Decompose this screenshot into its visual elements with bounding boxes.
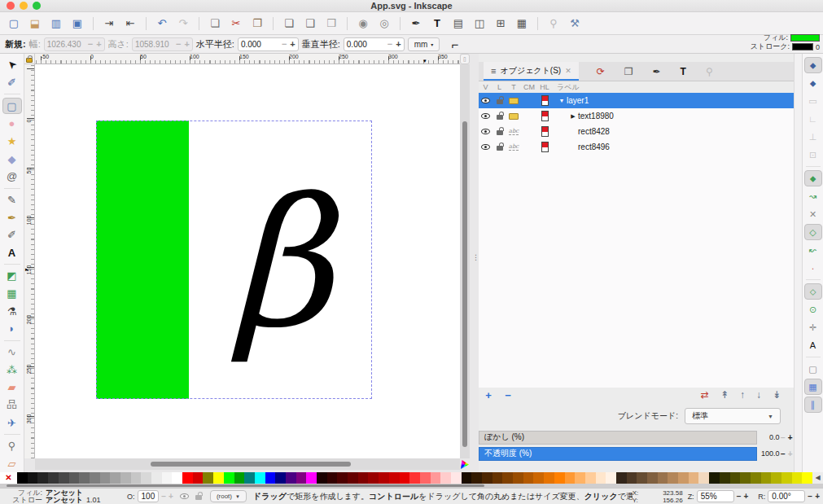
- palette-swatch[interactable]: [275, 472, 286, 484]
- status-fill-stroke[interactable]: フィル: アンセット ストローク: アンセット 1.01: [0, 489, 124, 504]
- panel-splitter[interactable]: ⋮: [470, 54, 479, 472]
- highlight-cell[interactable]: [537, 126, 552, 137]
- opacity-slider[interactable]: 不透明度 (%): [479, 447, 757, 461]
- tool-pen[interactable]: ✐: [2, 227, 22, 243]
- stroke-color-swatch[interactable]: [792, 43, 813, 50]
- palette-swatch[interactable]: [348, 472, 358, 484]
- blur-minus-button[interactable]: −: [780, 433, 787, 442]
- height-minus-button[interactable]: −: [176, 39, 181, 49]
- tool-paint-bucket[interactable]: ◗: [2, 321, 22, 337]
- scrollbar-corner-button[interactable]: ▯: [460, 54, 470, 64]
- palette-swatch[interactable]: [37, 472, 48, 484]
- tool-box-3d[interactable]: ◆: [2, 151, 22, 167]
- xml-editor-icon[interactable]: ◫: [469, 15, 490, 33]
- rotation-field[interactable]: 0.00°: [768, 490, 805, 502]
- redo-icon[interactable]: ↷: [173, 15, 194, 33]
- status-opacity-plus-button[interactable]: +: [169, 492, 173, 501]
- snap-rotation-centers-button[interactable]: ✛: [804, 319, 822, 335]
- palette-swatch[interactable]: [151, 472, 162, 484]
- snap-bbox-centers-button[interactable]: ⊡: [804, 147, 822, 163]
- color-managed-view-icon[interactable]: [461, 460, 469, 469]
- fill-stroke-dialog-icon[interactable]: ✒: [405, 15, 427, 33]
- highlight-cell[interactable]: [537, 111, 552, 121]
- palette-swatch[interactable]: [720, 472, 730, 484]
- palette-swatch[interactable]: [400, 472, 410, 484]
- lock-toggle[interactable]: [492, 143, 506, 151]
- panel-scrollbar-gutter[interactable]: [794, 54, 802, 472]
- horizontal-scrollbar-thumb[interactable]: [151, 462, 351, 467]
- palette-none-swatch[interactable]: ✕: [0, 472, 17, 484]
- visibility-toggle[interactable]: [479, 129, 492, 134]
- find-dialog-icon[interactable]: ⚲: [706, 66, 713, 77]
- palette-swatch[interactable]: [482, 472, 492, 484]
- palette-swatch[interactable]: [327, 472, 338, 484]
- palette-swatch[interactable]: [265, 472, 276, 484]
- object-row-rect8428[interactable]: abcrect8428: [479, 124, 794, 139]
- tool-mesh-gradient[interactable]: ▦: [2, 286, 22, 302]
- palette-swatch[interactable]: [658, 472, 668, 484]
- object-row-layer1[interactable]: ▼layer1: [479, 93, 794, 108]
- palette-swatch[interactable]: [224, 472, 234, 484]
- tool-measure[interactable]: ▱: [2, 455, 22, 471]
- lock-guides-button[interactable]: [24, 54, 35, 64]
- swatches-dialog-icon[interactable]: ⟳: [597, 66, 605, 77]
- sharp-corners-icon[interactable]: ⌐: [451, 37, 458, 51]
- width-minus-button[interactable]: −: [88, 39, 93, 49]
- palette-swatch[interactable]: [502, 472, 513, 484]
- tool-selector[interactable]: ➤: [2, 57, 22, 73]
- palette-swatch[interactable]: [203, 472, 213, 484]
- snap-bbox-corners-button[interactable]: ∟: [804, 111, 822, 127]
- snap-grid-button[interactable]: ▦: [804, 379, 822, 395]
- object-row-rect8496[interactable]: abcrect8496: [479, 139, 794, 155]
- palette-swatch[interactable]: [182, 472, 193, 484]
- opacity-plus-button[interactable]: +: [786, 449, 794, 458]
- object-row-text18980[interactable]: ▶text18980: [479, 108, 794, 124]
- width-spinner[interactable]: 1026.430 − +: [44, 37, 105, 51]
- text-dialog-icon[interactable]: T: [681, 66, 686, 77]
- clone-icon[interactable]: ❑: [300, 15, 321, 33]
- palette-swatch[interactable]: [554, 472, 565, 484]
- rx-plus-button[interactable]: +: [290, 39, 295, 49]
- palette-swatch[interactable]: [213, 472, 224, 484]
- expander-icon[interactable]: ▶: [568, 113, 578, 120]
- duplicate-icon[interactable]: ❏: [278, 15, 300, 33]
- paste-icon[interactable]: ❐: [247, 15, 268, 33]
- rx-spinner[interactable]: 0.000 − +: [238, 37, 299, 51]
- palette-swatch[interactable]: [792, 472, 803, 484]
- expander-icon[interactable]: ▼: [557, 98, 567, 103]
- highlight-cell[interactable]: [537, 142, 552, 152]
- palette-swatch[interactable]: [451, 472, 462, 484]
- palette-scrollbar-thumb[interactable]: [7, 484, 484, 487]
- unit-dropdown[interactable]: mm ▾: [408, 37, 440, 51]
- status-opacity-minus-button[interactable]: −: [161, 492, 166, 501]
- palette-swatch[interactable]: [627, 472, 637, 484]
- visibility-toggle[interactable]: [479, 113, 492, 119]
- tool-text-tool[interactable]: A: [2, 245, 22, 261]
- tool-lpe-tool[interactable]: ✈: [2, 414, 22, 431]
- layer-visibility-icon[interactable]: [180, 493, 189, 499]
- vertical-ruler[interactable]: 050100150200250300▸: [24, 64, 35, 458]
- palette-swatch[interactable]: [637, 472, 647, 484]
- snap-nodes-button[interactable]: ⬥: [804, 170, 822, 186]
- snap-cusp-nodes-button[interactable]: ◇: [804, 224, 822, 240]
- move-to-layer-button[interactable]: ⇄: [701, 389, 709, 401]
- palette-swatch[interactable]: [616, 472, 627, 484]
- zoom-drawing-icon[interactable]: ◎: [374, 15, 395, 33]
- palette-swatch[interactable]: [17, 472, 28, 484]
- opacity-minus-button[interactable]: −: [780, 449, 787, 458]
- snap-path-intersections-button[interactable]: ✕: [804, 206, 822, 222]
- open-document-icon[interactable]: ⬓: [24, 15, 46, 33]
- palette-swatch[interactable]: [668, 472, 678, 484]
- ry-plus-button[interactable]: +: [396, 39, 401, 49]
- cut-icon[interactable]: ✂: [225, 15, 247, 33]
- palette-swatch[interactable]: [730, 472, 741, 484]
- rotation-plus-button[interactable]: +: [815, 492, 820, 501]
- height-spinner[interactable]: 1058.910 − +: [132, 37, 193, 51]
- palette-swatch[interactable]: [337, 472, 348, 484]
- palette-swatch[interactable]: [141, 472, 151, 484]
- palette-swatch[interactable]: [606, 472, 616, 484]
- lock-toggle[interactable]: [492, 97, 506, 104]
- snap-text-baseline-button[interactable]: A: [804, 337, 822, 353]
- rotation-minus-button[interactable]: −: [808, 492, 812, 501]
- snap-object-centers-button[interactable]: ⊙: [804, 301, 822, 318]
